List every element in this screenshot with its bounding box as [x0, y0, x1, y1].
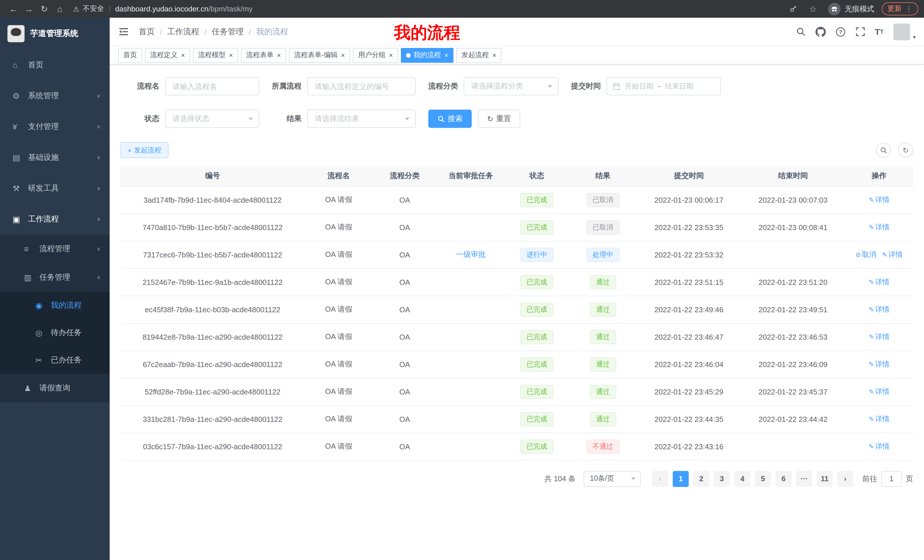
- refresh-table-button[interactable]: ↻: [898, 143, 913, 157]
- sidebar-item-payment-mgmt[interactable]: ¥支付管理∨: [0, 111, 110, 142]
- detail-action-link[interactable]: ✎详情: [869, 196, 890, 204]
- detail-action-link[interactable]: ✎详情: [869, 278, 890, 286]
- avatar[interactable]: [893, 23, 910, 40]
- detail-action-link[interactable]: ✎详情: [869, 305, 890, 313]
- close-icon[interactable]: ×: [341, 52, 345, 58]
- detail-action-link[interactable]: ✎详情: [869, 387, 890, 395]
- category-select[interactable]: 请选择流程分类: [464, 77, 558, 95]
- detail-action-link[interactable]: ✎详情: [869, 223, 890, 231]
- tab-流程表单[interactable]: 流程表单×: [241, 48, 286, 63]
- sidebar-item-home[interactable]: ⌂首页: [0, 49, 110, 81]
- address-bar[interactable]: ⚠ 不安全 | dashboard.yudao.iocoder.cn/bpm/t…: [73, 4, 253, 14]
- cell-current-task: [437, 186, 505, 214]
- page-button-11[interactable]: 11: [817, 471, 832, 487]
- tab-label: 用户分组: [358, 50, 386, 60]
- reload-icon[interactable]: ↻: [36, 4, 52, 14]
- page-size-value: 10条/页: [590, 474, 614, 484]
- page-button-5[interactable]: 5: [755, 471, 771, 487]
- page-button-6[interactable]: 6: [776, 471, 792, 487]
- sidebar-item-system-mgmt[interactable]: ⚙系统管理∨: [0, 81, 110, 111]
- app-logo-icon: [8, 25, 24, 42]
- result-select[interactable]: 请选择流结果: [307, 109, 416, 128]
- sidebar-item-infrastructure[interactable]: ▤基础设施∨: [0, 142, 110, 173]
- svg-text:?: ?: [839, 28, 842, 35]
- sidebar-item-workflow[interactable]: ▣工作流程∧: [0, 204, 110, 235]
- tab-发起流程[interactable]: 发起流程×: [456, 48, 501, 63]
- browser-menu-icon[interactable]: ⋮: [905, 4, 913, 13]
- search-button-label: 搜索: [448, 114, 463, 124]
- breadcrumb-separator: /: [160, 27, 162, 36]
- back-icon[interactable]: ←: [6, 4, 21, 14]
- close-icon[interactable]: ×: [181, 52, 185, 58]
- breadcrumb-item[interactable]: 首页: [139, 27, 155, 37]
- prev-page-button[interactable]: ‹: [652, 471, 668, 487]
- sidebar-item-process-mgmt[interactable]: ≡流程管理∨: [0, 235, 110, 263]
- tab-用户分组[interactable]: 用户分组×: [353, 48, 398, 63]
- detail-action-link[interactable]: ✎详情: [869, 415, 890, 423]
- sidebar-item-my-process[interactable]: ◉我的流程: [0, 292, 110, 319]
- goto-page-input[interactable]: [881, 471, 902, 487]
- github-icon[interactable]: [816, 25, 826, 38]
- detail-action-link[interactable]: ✎详情: [869, 442, 890, 450]
- sidebar-item-dev-tools[interactable]: ⚒研发工具∨: [0, 173, 110, 204]
- close-icon[interactable]: ×: [492, 52, 496, 58]
- toggle-search-button[interactable]: [876, 143, 891, 157]
- search-button[interactable]: 搜索: [428, 109, 472, 128]
- more-pages-button[interactable]: ···: [796, 471, 812, 487]
- page-size-select[interactable]: 10条/页: [584, 471, 641, 487]
- column-header: 提交时间: [637, 166, 741, 186]
- tab-label: 我的流程: [414, 50, 441, 60]
- process-definition-input[interactable]: [307, 77, 416, 95]
- forward-icon[interactable]: →: [21, 4, 36, 14]
- tab-流程模型[interactable]: 流程模型×: [193, 48, 238, 63]
- sidebar-item-done-task[interactable]: ✂已办任务: [0, 346, 110, 374]
- detail-action-link[interactable]: ✎详情: [869, 332, 890, 340]
- chevron-down-icon: ∨: [97, 93, 100, 99]
- close-icon[interactable]: ×: [389, 52, 393, 58]
- font-size-icon[interactable]: TT: [875, 25, 884, 38]
- tab-我的流程[interactable]: 我的流程×: [401, 48, 453, 63]
- cell-category: OA: [373, 296, 436, 323]
- detail-label: 详情: [888, 250, 903, 258]
- current-task-link[interactable]: 一级审批: [456, 250, 486, 259]
- password-key-icon[interactable]: [789, 3, 798, 15]
- page-button-1[interactable]: 1: [673, 471, 689, 487]
- close-icon[interactable]: ×: [444, 52, 448, 58]
- tab-首页[interactable]: 首页: [118, 48, 142, 63]
- close-icon[interactable]: ×: [277, 52, 281, 58]
- sidebar-item-task-mgmt[interactable]: ▥任务管理∧: [0, 263, 110, 292]
- search-icon[interactable]: [796, 25, 806, 38]
- sidebar-item-todo-task[interactable]: ◎待办任务: [0, 319, 110, 346]
- cell-end-time: 2022-01-23 00:08:41: [741, 214, 845, 241]
- reset-button[interactable]: ↻ 重置: [478, 109, 520, 128]
- bookmark-star-icon[interactable]: ☆: [805, 4, 820, 14]
- process-name-input[interactable]: [165, 77, 259, 95]
- browser-home-icon[interactable]: ⌂: [52, 4, 68, 14]
- help-icon[interactable]: ?: [836, 25, 846, 38]
- search-icon: [438, 115, 445, 123]
- submit-time-range-picker[interactable]: 开始日期 - 结束日期: [606, 77, 721, 95]
- browser-update-button[interactable]: 更新 ⋮: [882, 2, 918, 15]
- close-icon[interactable]: ×: [229, 52, 233, 58]
- page-button-4[interactable]: 4: [734, 471, 750, 487]
- tab-流程定义[interactable]: 流程定义×: [145, 48, 190, 63]
- sidebar-toggle-icon[interactable]: [118, 26, 129, 37]
- page-button-2[interactable]: 2: [693, 471, 709, 487]
- status-select[interactable]: 请选择状态: [165, 109, 259, 128]
- breadcrumb-item[interactable]: 任务管理: [212, 27, 244, 37]
- detail-action-link[interactable]: ✎详情: [882, 250, 903, 258]
- cancel-action-link[interactable]: ⊘取消: [855, 250, 876, 258]
- breadcrumb-item[interactable]: 工作流程: [167, 27, 199, 37]
- sidebar-item-leave-query[interactable]: ♟请假查询: [0, 374, 110, 403]
- chevron-up-icon: ∧: [97, 216, 100, 222]
- page-button-3[interactable]: 3: [714, 471, 730, 487]
- detail-label: 详情: [875, 278, 890, 286]
- next-page-button[interactable]: ›: [837, 471, 853, 487]
- detail-action-link[interactable]: ✎详情: [869, 360, 890, 368]
- fullscreen-icon[interactable]: [855, 25, 865, 38]
- tab-流程表单-编辑[interactable]: 流程表单-编辑×: [289, 48, 350, 63]
- app-logo-row[interactable]: 芋道管理系统: [0, 18, 110, 49]
- user-menu[interactable]: ▼: [893, 23, 916, 40]
- tab-label: 首页: [123, 50, 137, 60]
- create-process-button[interactable]: + 发起流程: [120, 142, 168, 158]
